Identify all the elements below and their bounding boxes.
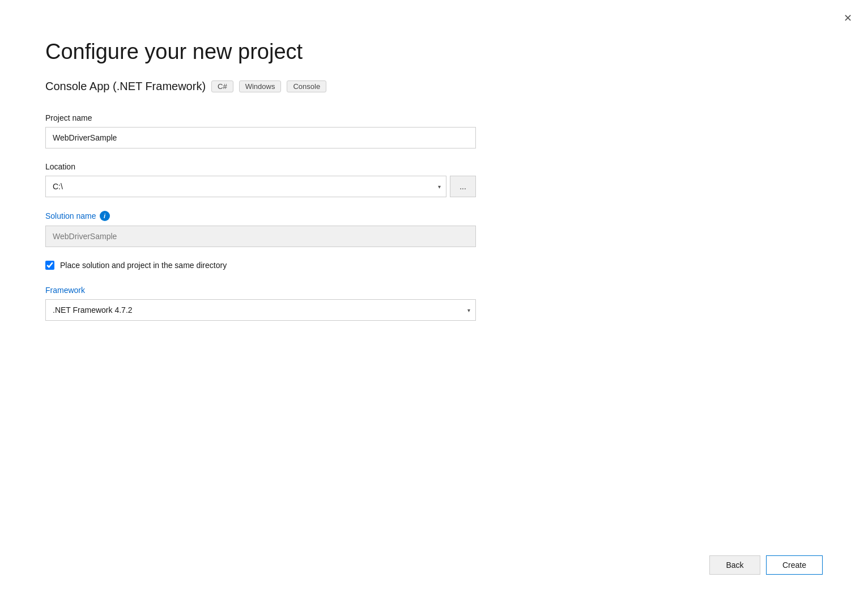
same-directory-row: Place solution and project in the same d… bbox=[45, 261, 476, 270]
location-select-wrapper: C:\ ▾ bbox=[45, 176, 446, 197]
framework-select[interactable]: .NET Framework 4.7.2 bbox=[45, 299, 476, 321]
create-button[interactable]: Create bbox=[766, 555, 823, 575]
page-title: Configure your new project bbox=[45, 40, 823, 64]
tag-console: Console bbox=[287, 80, 326, 92]
same-directory-checkbox[interactable] bbox=[45, 261, 54, 270]
same-directory-label: Place solution and project in the same d… bbox=[60, 261, 227, 270]
location-group: Location C:\ ▾ ... bbox=[45, 162, 476, 197]
close-button[interactable]: ✕ bbox=[840, 10, 856, 26]
back-button[interactable]: Back bbox=[709, 555, 760, 575]
framework-group: Framework .NET Framework 4.7.2 ▾ bbox=[45, 286, 476, 321]
location-select[interactable]: C:\ bbox=[45, 176, 446, 197]
browse-button[interactable]: ... bbox=[450, 176, 476, 197]
location-row: C:\ ▾ ... bbox=[45, 176, 476, 197]
bottom-actions: Back Create bbox=[709, 555, 823, 575]
project-name-input[interactable] bbox=[45, 127, 476, 148]
project-name-group: Project name bbox=[45, 113, 476, 148]
form-section: Project name Location C:\ ▾ ... Solution… bbox=[45, 113, 476, 321]
location-label: Location bbox=[45, 162, 476, 171]
project-type-name: Console App (.NET Framework) bbox=[45, 80, 206, 93]
solution-name-input[interactable] bbox=[45, 226, 476, 247]
solution-name-group: Solution name i bbox=[45, 211, 476, 247]
tag-csharp: C# bbox=[211, 80, 233, 92]
framework-label: Framework bbox=[45, 286, 476, 295]
tag-windows: Windows bbox=[239, 80, 282, 92]
project-type-row: Console App (.NET Framework) C# Windows … bbox=[45, 80, 823, 93]
info-icon[interactable]: i bbox=[100, 211, 110, 221]
solution-name-label: Solution name i bbox=[45, 211, 476, 221]
project-name-label: Project name bbox=[45, 113, 476, 122]
configure-project-dialog: ✕ Configure your new project Console App… bbox=[0, 0, 868, 603]
framework-select-wrapper: .NET Framework 4.7.2 ▾ bbox=[45, 299, 476, 321]
